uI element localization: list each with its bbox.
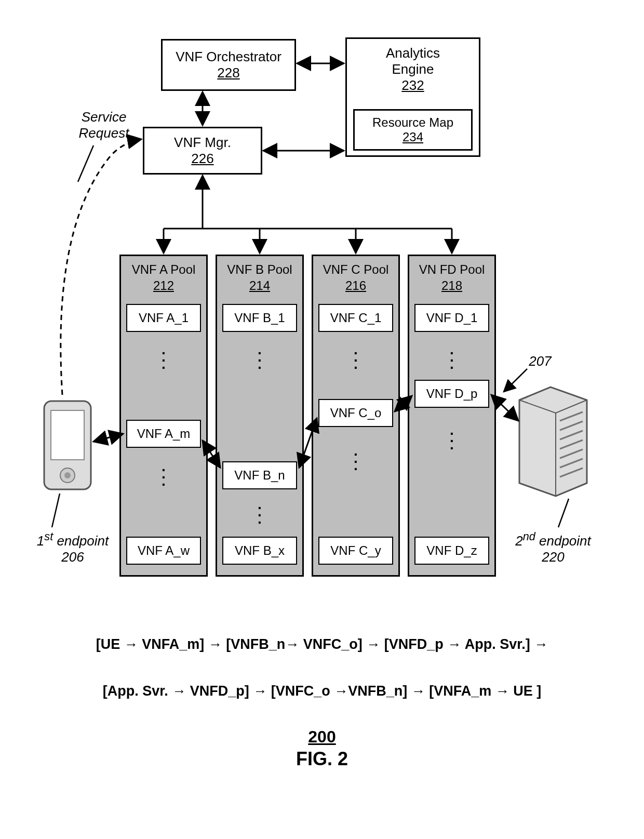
svg-point-13: [64, 472, 71, 478]
pool-d-ref: 218: [409, 277, 494, 294]
vnf-mgr-box: VNF Mgr. 226: [143, 127, 262, 175]
pool-a-ref: 212: [121, 277, 206, 294]
server-icon: [519, 387, 587, 496]
vnf-pool-b: VNF B Pool 214 VNF B_1 ··· VNF B_n ··· V…: [216, 255, 304, 577]
vnf-pool-c: VNF C Pool 216 VNF C_1 ··· VNF C_o ··· V…: [312, 255, 400, 577]
vnf-orchestrator-box: VNF Orchestrator 228: [161, 39, 296, 91]
chain-ref-label: 207: [519, 353, 561, 369]
vdots-icon: ···: [409, 350, 494, 371]
svg-line-17: [560, 431, 583, 440]
service-request-l2: Request: [68, 125, 140, 141]
vnf-a-w: VNF A_w: [126, 537, 201, 565]
svg-line-22: [558, 499, 569, 527]
flow-line-1: [UE → VNFA_m] → [VNFB_n→ VNFC_o] → [VNFD…: [0, 636, 644, 652]
svg-line-19: [560, 449, 583, 458]
analytics-title1: Analytics: [386, 45, 440, 61]
svg-line-21: [560, 468, 583, 477]
vdots-icon: ···: [409, 430, 494, 452]
resource-map-ref: 234: [403, 130, 423, 144]
pool-a-title: VNF A Pool: [121, 261, 206, 277]
vdots-icon: ···: [217, 350, 302, 371]
svg-rect-11: [51, 410, 84, 460]
vnf-d-1: VNF D_1: [414, 304, 489, 332]
vnf-orchestrator-ref: 228: [217, 65, 239, 81]
svg-line-16: [560, 421, 583, 430]
vnf-mgr-title: VNF Mgr.: [174, 135, 231, 151]
pool-c-title: VNF C Pool: [313, 261, 398, 277]
vnf-c-1: VNF C_1: [318, 304, 393, 332]
vnf-a-m: VNF A_m: [126, 420, 201, 448]
vdots-icon: ···: [313, 451, 398, 473]
flow-line-2: [App. Svr. → VNFD_p] → [VNFC_o →VNFB_n] …: [0, 683, 644, 699]
vnf-pool-d: VN FD Pool 218 VNF D_1 ··· VNF D_p ··· V…: [408, 255, 496, 577]
svg-rect-10: [44, 401, 91, 489]
vnf-pool-a: VNF A Pool 212 VNF A_1 ··· VNF A_m ··· V…: [119, 255, 208, 577]
vnf-a-1: VNF A_1: [126, 304, 201, 332]
svg-point-12: [60, 468, 75, 483]
figure-label: FIG. 2: [0, 748, 644, 770]
analytics-title2: Engine: [392, 61, 434, 77]
service-request-label: Service Request: [68, 109, 140, 141]
endpoint2-label: 2nd endpoint 220: [506, 530, 600, 565]
phone-icon: [44, 401, 91, 489]
vnf-b-1: VNF B_1: [222, 304, 297, 332]
svg-line-9: [78, 145, 93, 182]
vnf-mgr-ref: 226: [191, 151, 213, 167]
vnf-orchestrator-title: VNF Orchestrator: [176, 49, 281, 65]
svg-line-18: [560, 440, 583, 449]
vdots-icon: ···: [217, 504, 302, 526]
vnf-d-z: VNF D_z: [414, 537, 489, 565]
vnf-b-x: VNF B_x: [222, 537, 297, 565]
figure-number: 200: [0, 727, 644, 747]
svg-line-20: [560, 459, 583, 468]
vnf-b-n: VNF B_n: [222, 461, 297, 489]
svg-line-15: [560, 412, 583, 421]
vdots-icon: ···: [121, 350, 206, 371]
pool-c-ref: 216: [313, 277, 398, 294]
analytics-ref: 232: [401, 77, 424, 94]
vdots-icon: ···: [313, 350, 398, 371]
vnf-c-o: VNF C_o: [318, 399, 393, 427]
vnf-d-p: VNF D_p: [414, 380, 489, 408]
svg-line-14: [52, 494, 60, 527]
pool-b-title: VNF B Pool: [217, 261, 302, 277]
service-request-l1: Service: [68, 109, 140, 125]
resource-map-box: Resource Map 234: [353, 109, 473, 151]
endpoint1-label: 1st endpoint 206: [29, 530, 117, 565]
vdots-icon: ···: [121, 467, 206, 488]
resource-map-title: Resource Map: [372, 115, 453, 130]
vnf-c-y: VNF C_y: [318, 537, 393, 565]
pool-b-ref: 214: [217, 277, 302, 294]
pool-d-title: VN FD Pool: [409, 261, 494, 277]
svg-line-23: [93, 434, 123, 442]
